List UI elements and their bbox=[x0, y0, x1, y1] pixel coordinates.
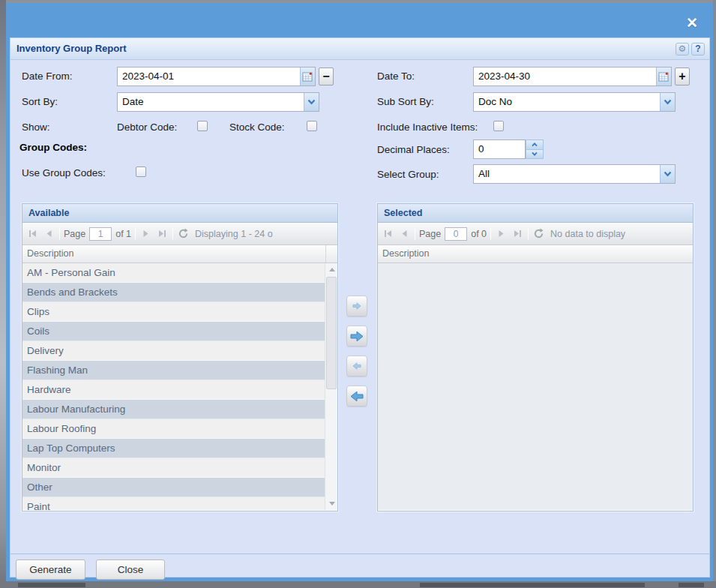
date-to-label: Date To: bbox=[377, 70, 415, 82]
move-all-right-button[interactable] bbox=[346, 326, 367, 346]
refresh-icon[interactable] bbox=[177, 227, 190, 240]
first-page-icon[interactable] bbox=[382, 227, 394, 240]
date-to-plus-button[interactable]: + bbox=[675, 68, 690, 86]
date-to-value[interactable]: 2023-04-30 bbox=[474, 68, 656, 86]
use-group-codes-checkbox[interactable] bbox=[136, 166, 146, 177]
decimal-places-stepper bbox=[526, 140, 544, 159]
list-item[interactable]: Coils bbox=[22, 322, 325, 341]
date-to-field[interactable]: 2023-04-30 bbox=[473, 67, 672, 86]
page-label: Page bbox=[419, 229, 441, 239]
sub-sort-by-combo[interactable]: Doc No bbox=[473, 92, 676, 112]
move-selected-left-button[interactable] bbox=[346, 356, 367, 376]
selected-description-column-header[interactable]: Description bbox=[378, 245, 693, 263]
arrow-left-icon bbox=[352, 362, 361, 370]
stock-code-label: Stock Code: bbox=[229, 122, 285, 133]
prev-page-icon[interactable] bbox=[398, 227, 411, 240]
modal-window: ✕ Inventory Group Report ⚙ ? Date From: … bbox=[6, 3, 713, 581]
chevron-down-icon[interactable] bbox=[660, 93, 675, 111]
next-page-icon[interactable] bbox=[139, 227, 152, 240]
include-inactive-items-label: Include Inactive Items: bbox=[377, 122, 478, 133]
close-button[interactable]: Close bbox=[96, 560, 165, 580]
scroll-up-icon[interactable] bbox=[325, 263, 337, 276]
chevron-down-icon[interactable] bbox=[660, 165, 675, 183]
sub-sort-by-label: Sub Sort By: bbox=[377, 96, 434, 107]
decimal-places-value[interactable]: 0 bbox=[474, 140, 525, 158]
scrollbar[interactable] bbox=[325, 263, 337, 510]
scroll-down-icon[interactable] bbox=[325, 497, 337, 510]
sort-by-label: Sort By: bbox=[22, 96, 58, 107]
list-item[interactable]: Hardware bbox=[22, 380, 325, 400]
last-page-icon[interactable] bbox=[156, 227, 169, 240]
next-page-icon[interactable] bbox=[495, 227, 508, 240]
clipped-background-text bbox=[420, 583, 645, 587]
sort-by-combo[interactable]: Date bbox=[117, 92, 319, 112]
toolbar-separator bbox=[415, 228, 415, 240]
page-number-input[interactable] bbox=[445, 227, 467, 241]
footer-divider bbox=[10, 554, 709, 554]
list-item[interactable]: Flashing Man bbox=[22, 361, 325, 380]
spinner-down-icon[interactable] bbox=[526, 150, 544, 160]
stock-code-checkbox[interactable] bbox=[307, 121, 317, 131]
use-group-codes-label: Use Group Codes: bbox=[22, 167, 106, 178]
gear-icon[interactable]: ⚙ bbox=[676, 43, 689, 56]
spinner-up-icon[interactable] bbox=[526, 140, 544, 150]
refresh-icon[interactable] bbox=[532, 227, 545, 240]
arrow-right-icon bbox=[352, 302, 361, 310]
toolbar-separator bbox=[135, 228, 136, 240]
help-icon[interactable]: ? bbox=[691, 43, 705, 56]
date-from-value[interactable]: 2023-04-01 bbox=[118, 68, 300, 86]
list-item[interactable]: Lap Top Computers bbox=[22, 439, 325, 458]
available-grid-body: AM - Personal GainBends and BracketsClip… bbox=[22, 263, 337, 510]
list-item[interactable]: Clips bbox=[22, 302, 325, 322]
show-label: Show: bbox=[22, 122, 50, 133]
last-page-icon[interactable] bbox=[511, 227, 524, 240]
chevron-down-icon[interactable] bbox=[304, 93, 319, 111]
generate-button[interactable]: Generate bbox=[16, 560, 85, 580]
column-header-label: Description bbox=[382, 248, 430, 259]
list-item[interactable]: Labour Manufacturing bbox=[22, 400, 325, 419]
select-group-combo[interactable]: All bbox=[473, 164, 676, 184]
list-item[interactable]: Paint bbox=[22, 497, 325, 510]
list-item[interactable]: Bends and Brackets bbox=[22, 283, 325, 302]
scrollbar-thumb[interactable] bbox=[326, 277, 337, 389]
page-number-input[interactable] bbox=[89, 227, 112, 241]
selected-grid-body bbox=[378, 263, 693, 510]
decimal-places-field[interactable]: 0 bbox=[473, 140, 526, 159]
arrow-left-large-icon bbox=[350, 391, 364, 402]
toolbar-separator bbox=[528, 228, 529, 240]
debtor-code-checkbox[interactable] bbox=[197, 121, 208, 131]
toolbar-separator bbox=[59, 228, 60, 240]
select-group-value: All bbox=[474, 165, 660, 183]
selected-paging-toolbar: Page of 0 No data to display bbox=[378, 223, 693, 245]
calendar-icon[interactable] bbox=[300, 68, 315, 86]
dialog-title: Inventory Group Report bbox=[16, 43, 127, 54]
available-description-column-header[interactable]: Description bbox=[22, 245, 337, 263]
list-item[interactable]: AM - Personal Gain bbox=[22, 263, 325, 283]
list-item[interactable]: Labour Roofing bbox=[22, 419, 325, 439]
paging-status-text: No data to display bbox=[550, 229, 625, 239]
available-rows: AM - Personal GainBends and BracketsClip… bbox=[22, 263, 325, 510]
dialog-header: Inventory Group Report ⚙ ? bbox=[10, 38, 709, 60]
column-header-label: Description bbox=[27, 248, 74, 259]
clipped-background-text bbox=[679, 583, 704, 587]
date-from-field[interactable]: 2023-04-01 bbox=[117, 67, 316, 86]
date-from-minus-button[interactable]: − bbox=[319, 68, 334, 86]
move-all-left-button[interactable] bbox=[346, 386, 367, 406]
list-item[interactable]: Monitor bbox=[22, 458, 325, 478]
page-label: Page bbox=[64, 229, 85, 239]
move-selected-right-button[interactable] bbox=[346, 296, 367, 316]
close-icon[interactable]: ✕ bbox=[683, 14, 701, 32]
column-header-spacer bbox=[325, 245, 337, 262]
available-panel: Available Page of 1 bbox=[22, 203, 338, 512]
selected-panel: Selected Page of 0 bbox=[377, 203, 694, 512]
include-inactive-items-checkbox[interactable] bbox=[493, 121, 504, 131]
first-page-icon[interactable] bbox=[26, 227, 39, 240]
list-item[interactable]: Delivery bbox=[22, 341, 325, 361]
prev-page-icon[interactable] bbox=[43, 227, 55, 240]
decimal-places-label: Decimal Places: bbox=[377, 144, 450, 155]
calendar-icon[interactable] bbox=[656, 68, 671, 86]
date-from-label: Date From: bbox=[22, 70, 73, 82]
list-item[interactable]: Other bbox=[22, 478, 325, 497]
toolbar-separator bbox=[172, 228, 173, 240]
debtor-code-label: Debtor Code: bbox=[117, 122, 177, 133]
